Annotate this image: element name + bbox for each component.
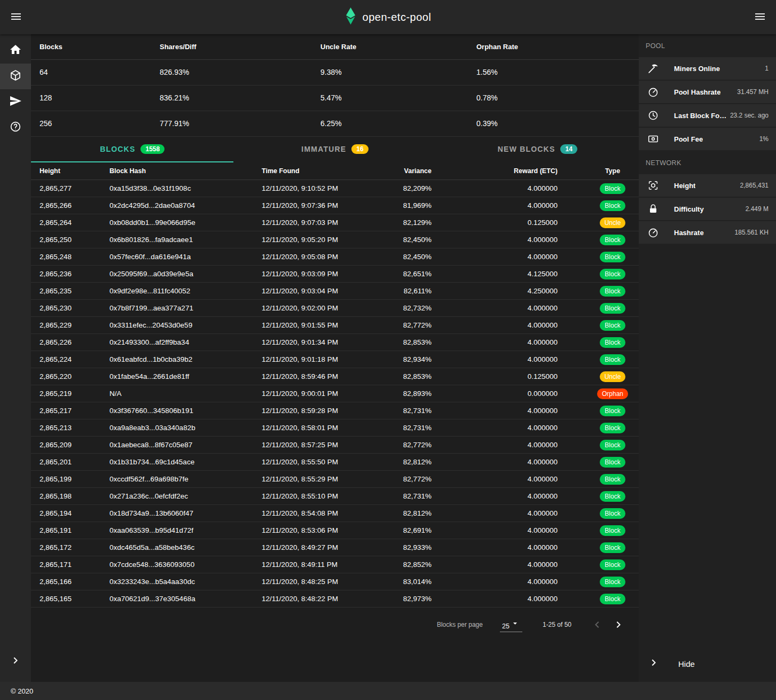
blocks-header-row: Height Block Hash Time Found Variance Re… [31, 162, 639, 180]
type-badge: Block [600, 577, 625, 587]
tab-label: Immature [301, 145, 346, 153]
stat-label: Hashrate [674, 229, 704, 237]
right-panel-toggle-button[interactable] [747, 4, 773, 30]
block-row: 2,865,2090x1aebeca8...8f67c05e8712/11/20… [31, 437, 639, 454]
block-height: 2,865,230 [31, 300, 101, 317]
block-reward: 4.000000 [440, 454, 586, 471]
block-row: 2,865,2500x6b801826...fa9adcaee112/11/20… [31, 231, 639, 248]
block-height: 2,865,277 [31, 180, 101, 197]
block-variance: 82,772% [387, 317, 440, 334]
tab-new-blocks[interactable]: New Blocks14 [436, 137, 639, 162]
block-variance: 82,853% [387, 368, 440, 385]
stat-label: Miners Online [674, 65, 720, 73]
blocks-table-body: 2,865,2770xa15d3f38...0e31f1908c12/11/20… [31, 180, 639, 608]
nav-item-home[interactable] [0, 38, 31, 64]
block-height: 2,865,213 [31, 419, 101, 437]
block-type-cell: Block [586, 454, 639, 471]
block-row: 2,865,1660x3233243e...b5a4aa30dc12/11/20… [31, 573, 639, 590]
type-badge: Uncle [600, 371, 626, 382]
block-type-cell: Block [586, 334, 639, 351]
block-variance: 83,014% [387, 573, 440, 590]
cube-scan-icon [647, 179, 660, 192]
block-reward: 4.000000 [440, 180, 586, 197]
nav-item-blocks[interactable] [0, 64, 31, 89]
panel-section-title: NETWORK [639, 151, 776, 174]
stats-header: Uncle Rate [312, 34, 468, 59]
block-time: 12/11/2020, 9:02:00 PM [253, 300, 387, 317]
block-height: 2,865,226 [31, 334, 101, 351]
next-page-button[interactable] [608, 614, 629, 635]
block-row: 2,865,2200x1fabe54a...2661de81ff12/11/20… [31, 368, 639, 385]
type-badge: Block [600, 269, 625, 279]
col-header-variance: Variance [387, 162, 440, 180]
prev-page-button[interactable] [586, 614, 608, 635]
block-variance: 82,691% [387, 522, 440, 539]
block-reward: 4.000000 [440, 231, 586, 248]
tab-blocks[interactable]: Blocks1558 [31, 137, 233, 162]
block-reward: 4.000000 [440, 488, 586, 505]
block-height: 2,865,264 [31, 214, 101, 231]
block-reward: 4.000000 [440, 197, 586, 214]
block-time: 12/11/2020, 9:01:55 PM [253, 317, 387, 334]
home-icon [9, 43, 22, 58]
per-page-select[interactable]: 25 [500, 618, 522, 632]
block-variance: 82,852% [387, 556, 440, 573]
stats-cell: 5.47% [312, 85, 468, 111]
menu-toggle-button[interactable] [3, 4, 29, 30]
block-time: 12/11/2020, 8:49:11 PM [253, 556, 387, 573]
block-type-cell: Block [586, 419, 639, 437]
right-panel-sections: POOLMiners Online1Pool Hashrate31.457 MH… [639, 34, 776, 244]
block-type-cell: Block [586, 471, 639, 488]
block-reward: 0.125000 [440, 368, 586, 385]
block-height: 2,865,198 [31, 488, 101, 505]
stats-row: 256777.91%6.25%0.39% [31, 111, 639, 136]
block-height: 2,865,217 [31, 402, 101, 419]
block-height: 2,865,166 [31, 573, 101, 590]
block-hash: 0x18d734a9...13b6060f47 [101, 505, 253, 522]
block-row: 2,865,2480x57fec60f...da616e941a12/11/20… [31, 248, 639, 266]
block-time: 12/11/2020, 8:55:10 PM [253, 488, 387, 505]
nav-item-payments[interactable] [0, 89, 31, 115]
type-badge: Block [600, 406, 625, 416]
expand-rail-button[interactable] [0, 649, 31, 674]
stats-cell: 826.93% [151, 59, 312, 85]
app-window: open-etc-pool [0, 0, 776, 700]
nav-item-help[interactable] [0, 115, 31, 141]
stats-cell: 128 [31, 85, 151, 111]
block-type-cell: Uncle [586, 214, 639, 231]
block-type-cell: Orphan [586, 385, 639, 402]
lock-icon [647, 203, 660, 215]
block-type-cell: Block [586, 231, 639, 248]
block-time: 12/11/2020, 9:07:03 PM [253, 214, 387, 231]
block-height: 2,865,201 [31, 454, 101, 471]
stat-label: Pool Hashrate [674, 88, 720, 96]
clock-icon [647, 109, 660, 122]
block-hash: 0x6b801826...fa9adcaee1 [101, 231, 253, 248]
block-reward: 4.000000 [440, 505, 586, 522]
main-content: Blocks Shares/Diff Uncle Rate Orphan Rat… [31, 34, 639, 682]
stat-label: Last Block Fo… [674, 112, 726, 120]
copyright-text: © 2020 [11, 687, 33, 695]
tab-label: Blocks [100, 145, 135, 153]
block-time: 12/11/2020, 9:01:34 PM [253, 334, 387, 351]
block-type-cell: Block [586, 505, 639, 522]
block-variance: 82,772% [387, 437, 440, 454]
block-row: 2,865,2010x1b31b734...69c1d45ace12/11/20… [31, 454, 639, 471]
hide-panel-button[interactable]: Hide [639, 652, 776, 675]
block-height: 2,865,250 [31, 231, 101, 248]
help-icon [9, 120, 22, 135]
stat-value: 1% [756, 135, 769, 143]
tab-immature[interactable]: Immature16 [233, 137, 436, 162]
type-badge: Block [600, 423, 625, 433]
stat-value: 1 [762, 65, 769, 72]
block-type-cell: Block [586, 556, 639, 573]
block-height: 2,865,236 [31, 266, 101, 283]
block-row: 2,865,1710x7cdce548...363609305012/11/20… [31, 556, 639, 573]
luck-stats-table: Blocks Shares/Diff Uncle Rate Orphan Rat… [31, 34, 639, 137]
type-badge: Block [600, 303, 625, 314]
stat-label: Height [674, 182, 695, 190]
block-variance: 82,732% [387, 300, 440, 317]
stats-header: Orphan Rate [468, 34, 639, 59]
block-time: 12/11/2020, 9:07:36 PM [253, 197, 387, 214]
type-badge: Block [600, 474, 625, 485]
